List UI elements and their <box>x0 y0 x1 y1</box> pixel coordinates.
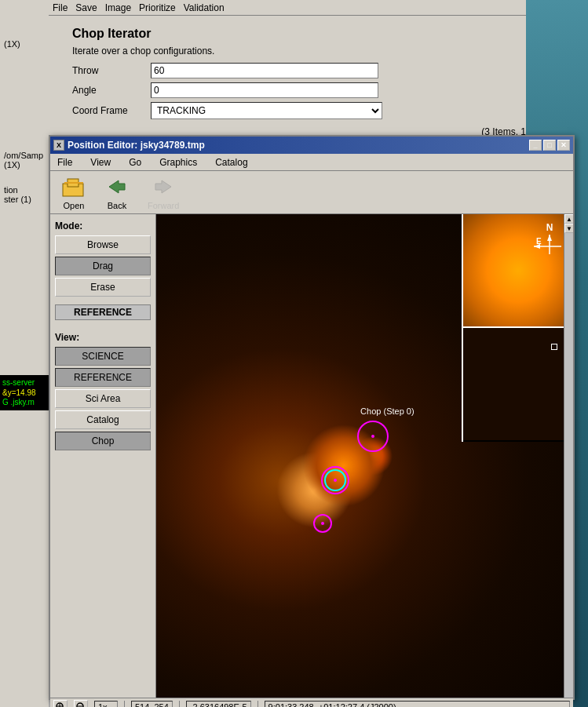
chop-step0-annotation: Chop (Step 0) <box>357 421 389 452</box>
green-line-2: &y=14.98 <box>2 388 46 397</box>
zoom-out-button[interactable] <box>74 700 88 708</box>
window-title: Position Editor: jsky34789.tmp <box>68 140 205 151</box>
green-line-3: G .jsky.m <box>2 397 46 408</box>
svg-marker-6 <box>547 235 552 241</box>
close-button[interactable]: ✕ <box>557 140 570 151</box>
bg-menu-save[interactable]: Save <box>75 2 97 13</box>
center-annotation <box>321 466 349 494</box>
toolbar: Open Back Forward <box>50 171 573 214</box>
bg-menu-bar: File Save Image Prioritize Validation <box>49 0 575 16</box>
chop-view-button[interactable]: Chop <box>55 432 151 450</box>
science-view-button[interactable]: SCIENCE <box>55 347 151 366</box>
mini-small-square <box>551 344 557 350</box>
astro-image[interactable]: Chop (Step 0) <box>156 214 573 698</box>
image-area: Chop (Step 0) <box>156 214 573 698</box>
status-divider-2 <box>179 701 180 708</box>
angle-label: Angle <box>72 85 151 96</box>
content-area: Mode: Browse Drag Erase REFERENCE View: … <box>50 214 573 698</box>
scrollbar-up-button[interactable]: ▲ <box>564 214 573 224</box>
zoom-level: 1x <box>94 701 118 708</box>
menu-file[interactable]: File <box>54 155 75 169</box>
window-titlebar: X Position Editor: jsky34789.tmp _ □ ✕ <box>50 137 573 154</box>
angle-row: Angle <box>72 82 551 98</box>
bg-menu-file[interactable]: File <box>53 2 68 13</box>
coord-frame-label: Coord Frame <box>72 105 151 116</box>
titlebar-left: X Position Editor: jsky34789.tmp <box>53 140 205 151</box>
angle-input[interactable] <box>151 82 378 98</box>
menu-catalog[interactable]: Catalog <box>212 155 250 169</box>
radec-coords: 9:01:33.248, +01:12:27.4 (J2000) <box>265 701 570 708</box>
lower-circle-container <box>313 514 332 533</box>
status-divider-3 <box>257 701 258 708</box>
back-icon <box>104 174 130 199</box>
open-button[interactable]: Open <box>58 173 89 212</box>
menu-graphics[interactable]: Graphics <box>156 155 200 169</box>
status-divider-1 <box>124 701 125 708</box>
forward-button[interactable]: Forward <box>144 173 182 212</box>
sidebar-text-3: (1X) <box>4 160 45 169</box>
scrollbar-down-button[interactable]: ▼ <box>564 224 573 233</box>
forward-icon <box>151 174 176 199</box>
svg-text:E: E <box>536 237 542 246</box>
maximize-button[interactable]: □ <box>543 140 556 151</box>
throw-input[interactable] <box>151 63 378 78</box>
sci-area-view-button[interactable]: Sci Area <box>55 389 151 408</box>
sidebar-text-1: (1X) <box>4 39 45 49</box>
left-sidebar: (1X) /om/Samp (1X) tion ster (1) ss-serv… <box>0 0 49 707</box>
coord-frame-row: Coord Frame TRACKING AZEL <box>72 102 551 119</box>
sidebar-text-2: /om/Samp <box>4 151 45 160</box>
bg-menu-validation[interactable]: Validation <box>184 2 225 13</box>
pixel-value: -2.6316498E-5 <box>186 701 251 708</box>
minimize-button[interactable]: _ <box>529 140 542 151</box>
coord-frame-select[interactable]: TRACKING AZEL <box>151 102 382 119</box>
pixel-coords: 514, 254 <box>131 701 173 708</box>
sidebar-content: (1X) /om/Samp (1X) tion ster (1) <box>0 0 49 208</box>
compass-n-label: N <box>534 222 565 233</box>
mode-label: Mode: <box>55 220 151 231</box>
erase-button[interactable]: Erase <box>55 278 151 297</box>
window-menubar: File View Go Graphics Catalog <box>50 154 573 171</box>
open-label: Open <box>64 201 85 210</box>
lower-dot <box>321 522 324 525</box>
chop-circle-container <box>357 421 389 452</box>
back-button[interactable]: Back <box>101 173 133 212</box>
bg-menu-prioritize[interactable]: Prioritize <box>139 2 176 13</box>
view-label: View: <box>55 332 151 343</box>
chop-step0-label: Chop (Step 0) <box>360 406 414 416</box>
center-dot <box>334 479 337 482</box>
green-line-1: ss-server <box>2 377 46 388</box>
mini-panel: N E <box>462 214 573 442</box>
mini-bottom-image <box>463 328 573 440</box>
svg-rect-2 <box>64 182 83 184</box>
browse-button[interactable]: Browse <box>55 235 151 254</box>
forward-label: Forward <box>148 201 179 210</box>
svg-point-14 <box>77 703 83 708</box>
zoom-in-button[interactable] <box>53 700 68 708</box>
throw-label: Throw <box>72 65 151 76</box>
svg-marker-3 <box>109 180 125 193</box>
titlebar-controls: _ □ ✕ <box>529 140 570 151</box>
image-scrollbar[interactable]: ▲ ▼ <box>564 214 573 698</box>
chop-dot <box>371 435 374 438</box>
catalog-view-button[interactable]: Catalog <box>55 410 151 429</box>
sidebar-text-4: tion <box>4 185 45 195</box>
bg-menu-image[interactable]: Image <box>105 2 131 13</box>
reference-view-button[interactable]: REFERENCE <box>55 368 151 387</box>
chop-form: Throw Angle Coord Frame TRACKING AZEL <box>60 63 563 119</box>
left-control-panel: Mode: Browse Drag Erase REFERENCE View: … <box>50 214 156 698</box>
window-icon: X <box>53 140 64 151</box>
chop-iterator-title: Chop Iterator <box>60 19 563 46</box>
sidebar-text-5: ster (1) <box>4 195 45 204</box>
center-circle-container <box>321 466 349 494</box>
menu-go[interactable]: Go <box>126 155 144 169</box>
svg-marker-4 <box>155 180 171 193</box>
lower-annotation <box>313 514 332 533</box>
back-label: Back <box>108 201 126 210</box>
position-editor-window: X Position Editor: jsky34789.tmp _ □ ✕ F… <box>49 135 575 700</box>
menu-view[interactable]: View <box>87 155 114 169</box>
reference-label: REFERENCE <box>55 304 151 320</box>
drag-button[interactable]: Drag <box>55 257 151 275</box>
compass: N E <box>534 222 565 261</box>
chop-iterator-content: Chop Iterator Iterate over a chop config… <box>49 0 575 137</box>
chop-desc: Iterate over a chop configurations. <box>60 46 563 63</box>
